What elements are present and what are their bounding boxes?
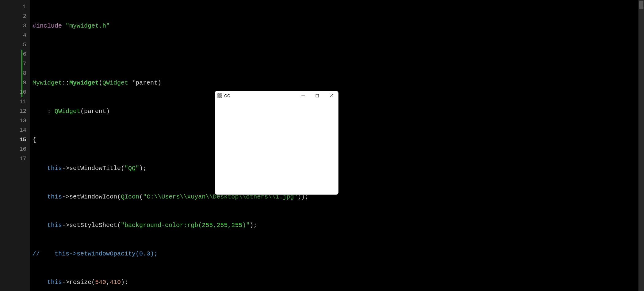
fold-icon[interactable]: ▾	[25, 31, 27, 40]
maximize-icon	[316, 94, 319, 97]
line-number: 7	[0, 59, 26, 69]
line-number: 3	[0, 21, 26, 31]
line-number: 14	[0, 126, 26, 135]
minimize-icon	[301, 94, 305, 97]
line-number: 8	[0, 69, 26, 78]
code-line	[33, 50, 644, 59]
svg-rect-1	[316, 94, 319, 97]
change-indicator	[21, 50, 22, 97]
line-number: 6	[0, 50, 26, 59]
line-number: 11	[0, 97, 26, 107]
fold-icon[interactable]: ▾	[25, 116, 27, 126]
code-line: this->resize(540,410);	[33, 278, 644, 287]
line-number: 17	[0, 154, 26, 164]
line-number: 1	[0, 2, 26, 12]
line-number: 4▾	[0, 31, 26, 40]
code-line: #include "mywidget.h"	[33, 21, 644, 31]
line-number-gutter: 1 2 3 4▾ 5 6 7 8 9 10 11 12 13▾ 14 15 16…	[0, 0, 30, 291]
code-line: this->setStyleSheet("background-color:rg…	[33, 221, 644, 230]
line-number: 5	[0, 40, 26, 50]
window-title: QQ	[224, 93, 230, 98]
window-icon	[217, 93, 222, 98]
line-number: 13▾	[0, 116, 26, 126]
window-titlebar[interactable]: QQ	[215, 91, 338, 100]
scrollbar-thumb[interactable]	[639, 1, 643, 9]
line-number-current: 15	[0, 135, 26, 145]
qt-application-window[interactable]: QQ	[215, 91, 339, 195]
vertical-scrollbar[interactable]	[638, 0, 644, 291]
code-line: Mywidget::Mywidget(QWidget *parent)	[33, 78, 644, 88]
line-number: 9	[0, 78, 26, 88]
close-button[interactable]	[324, 91, 338, 100]
minimize-button[interactable]	[296, 91, 310, 100]
code-line: // this->setWindowOpacity(0.3);	[33, 249, 644, 259]
maximize-button[interactable]	[310, 91, 324, 100]
line-number: 12	[0, 107, 26, 116]
line-number: 2	[0, 12, 26, 21]
close-icon	[330, 94, 333, 97]
line-number: 10	[0, 88, 26, 97]
line-number: 16	[0, 145, 26, 154]
